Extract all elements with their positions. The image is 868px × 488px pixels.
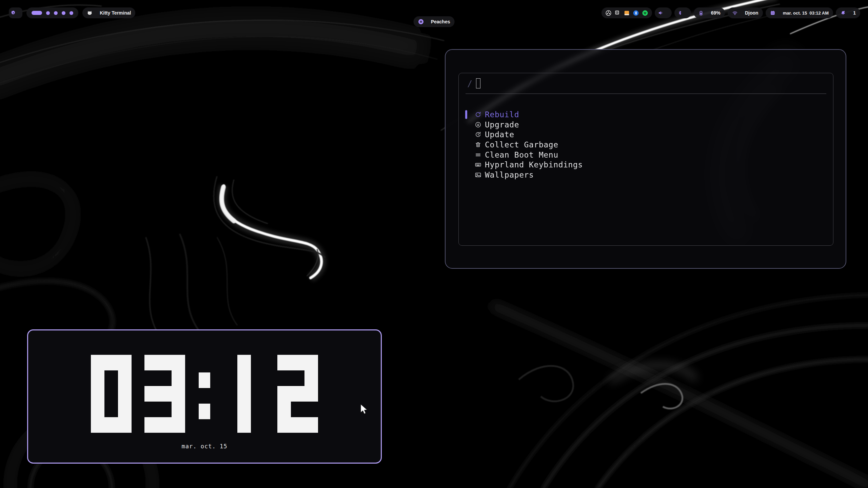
launcher-button[interactable]: [9, 7, 22, 18]
notifications-pill[interactable]: 1: [836, 7, 860, 18]
launcher-item-upgrade[interactable]: Upgrade: [459, 120, 833, 130]
system-tray: [601, 7, 652, 18]
battery-icon: [698, 0, 709, 27]
bluetooth-icon: [677, 0, 688, 26]
wifi-icon: [732, 0, 743, 27]
calendar-icon: [770, 0, 781, 26]
selection-indicator: [465, 110, 467, 119]
launcher-item-label: Collect Garbage: [485, 140, 558, 149]
top-bar-center: Peaches: [414, 7, 455, 27]
bluetooth-tray-icon[interactable]: [633, 10, 639, 16]
battery-pill[interactable]: 69%: [694, 7, 725, 18]
clock-time: [28, 355, 381, 433]
workspace-active-1[interactable]: [32, 11, 42, 15]
clock-digit-2: [277, 355, 318, 433]
speaker-icon: [658, 0, 668, 27]
notification-count: 1: [853, 10, 856, 16]
launcher-panel: / RebuildUpgradeUpdateCollect GarbageCle…: [445, 49, 846, 269]
keepassxc-tray-icon[interactable]: [614, 10, 621, 16]
bell-icon: [840, 0, 851, 27]
gear-flower-icon: [10, 0, 21, 27]
launcher-item-label: Update: [485, 130, 514, 139]
launcher-item-hyprland-keybindings[interactable]: Hyprland Keybindings: [459, 160, 833, 170]
launcher-search-box: / RebuildUpgradeUpdateCollect GarbageCle…: [458, 73, 833, 246]
clock-digit-1: [224, 355, 264, 433]
active-window-pill: Kitty Terminal: [82, 7, 135, 18]
volume-pill[interactable]: [655, 7, 671, 18]
workspaces-indicator[interactable]: [26, 7, 78, 18]
network-pill[interactable]: Djoon: [728, 7, 763, 18]
launcher-item-label: Wallpapers: [485, 170, 534, 179]
datetime-pill[interactable]: mar. oct. 15 03:12 AM: [766, 7, 833, 18]
clock-colon: [198, 355, 211, 433]
obs-tray-icon[interactable]: [605, 10, 612, 16]
launcher-item-update[interactable]: Update: [459, 129, 833, 140]
launcher-item-wallpapers[interactable]: Wallpapers: [459, 170, 833, 180]
launcher-item-collect-garbage[interactable]: Collect Garbage: [459, 140, 833, 150]
clock-digit-3: [144, 355, 185, 433]
battery-percent: 69%: [711, 10, 721, 16]
mouse-cursor: [360, 404, 369, 415]
keyboard-icon: [475, 161, 481, 168]
window-title: Kitty Terminal: [100, 10, 131, 16]
workspace-dot-5[interactable]: [70, 11, 73, 15]
text-cursor: [476, 78, 480, 88]
launcher-item-label: Clean Boot Menu: [485, 150, 558, 159]
launcher-item-clean-boot-menu[interactable]: Clean Boot Menu: [459, 150, 833, 160]
launcher-item-label: Rebuild: [485, 110, 519, 119]
media-player-icon: [418, 8, 429, 36]
rotate-cw-icon: [475, 111, 481, 118]
media-pill[interactable]: Peaches: [414, 16, 455, 27]
launcher-item-rebuild[interactable]: Rebuild: [459, 109, 833, 120]
menu-lines-icon: [475, 151, 481, 158]
clock-refresh-icon: [475, 131, 481, 138]
trash-icon: [475, 141, 481, 148]
network-name: Djoon: [745, 10, 758, 16]
workspace-dot-4[interactable]: [62, 11, 65, 15]
datetime-text: mar. oct. 15 03:12 AM: [783, 11, 829, 16]
search-input[interactable]: /: [459, 73, 833, 94]
spotify-tray-icon[interactable]: [642, 10, 648, 16]
bluetooth-pill[interactable]: [674, 7, 691, 18]
top-bar-right: 69% Djoon mar. oct. 15 03:12 AM 1: [601, 7, 860, 18]
launcher-item-label: Upgrade: [485, 120, 519, 129]
workspace-dot-2[interactable]: [46, 11, 50, 15]
top-bar-left: Kitty Terminal: [9, 7, 135, 18]
search-separator: [466, 94, 826, 94]
launcher-item-label: Hyprland Keybindings: [485, 160, 583, 169]
search-prompt: /: [467, 79, 472, 88]
media-label: Peaches: [431, 19, 450, 24]
launcher-item-list: RebuildUpgradeUpdateCollect GarbageClean…: [459, 109, 833, 180]
image-icon: [475, 171, 481, 178]
workspace-dot-3[interactable]: [54, 11, 58, 15]
clock-widget: mar. oct. 15: [27, 329, 382, 464]
circle-arrow-down-icon: [475, 121, 481, 128]
clock-digit-0: [91, 355, 132, 433]
files-tray-icon[interactable]: [624, 10, 630, 16]
cat-icon: [87, 0, 97, 27]
clock-date: mar. oct. 15: [28, 443, 381, 450]
